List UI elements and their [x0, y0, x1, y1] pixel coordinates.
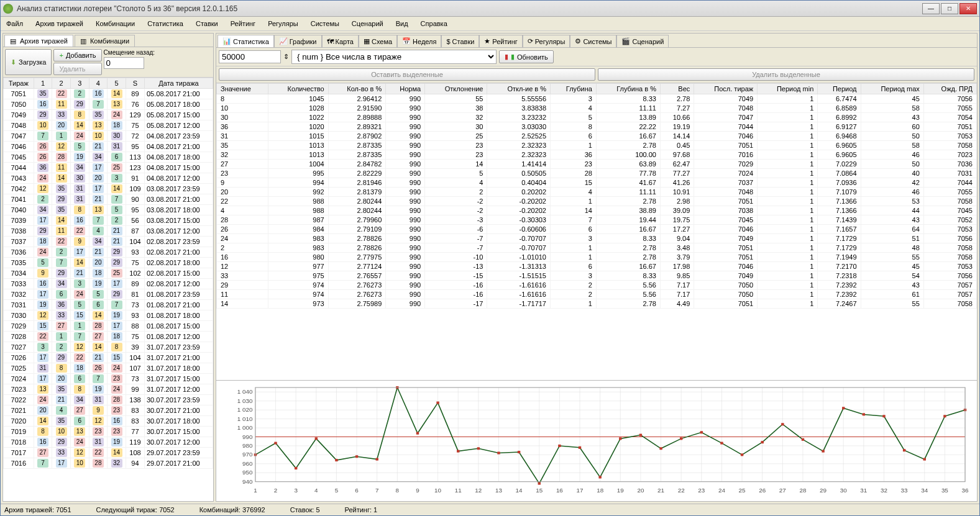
tab-combinations[interactable]: ▥ Комбинации: [75, 35, 135, 47]
table-row[interactable]: 7044361134172512304.08.2017 15:00: [4, 163, 213, 173]
tab-Сценарий[interactable]: 🎬Сценарий: [616, 35, 669, 47]
arch-header[interactable]: Дата тиража: [144, 78, 213, 89]
table-row[interactable]: 70331634319178902.08.2017 12:00: [4, 279, 213, 289]
tab-Рейтинг[interactable]: ★Рейтинг: [479, 35, 522, 47]
table-row[interactable]: 70291527128178801.08.2017 15:00: [4, 321, 213, 332]
table-row[interactable]: 3510132.87335990232.3232312.780.45705116…: [217, 141, 977, 150]
table-row[interactable]: 7042123531171410903.08.2017 23:59: [4, 184, 213, 194]
table-row[interactable]: 704929338352412905.08.2017 15:00: [4, 110, 213, 120]
table-row[interactable]: 702531818262410731.07.2017 18:00: [4, 363, 213, 374]
table-row[interactable]: 3210132.87335990232.3232336100.0097.6870…: [217, 150, 977, 160]
minimize-button[interactable]: —: [922, 3, 940, 14]
tab-Схема[interactable]: ▦Схема: [359, 35, 397, 47]
table-row[interactable]: 70362421721299302.08.2017 21:00: [4, 247, 213, 258]
tab-Системы[interactable]: ⚙Системы: [570, 35, 616, 47]
table-row[interactable]: 70198101323237730.07.2017 15:00: [4, 427, 213, 437]
stat-header[interactable]: Период min: [758, 84, 818, 94]
table-row[interactable]: 119742.76273990-16-1.6161625.567.1770501…: [217, 290, 977, 299]
table-row[interactable]: 7041229312179003.08.2017 21:00: [4, 194, 213, 205]
keep-selected-button[interactable]: Оставить выделенные: [219, 68, 595, 81]
maximize-button[interactable]: □: [941, 3, 958, 14]
table-row[interactable]: 3110152.87902990252.52525616.6714.147046…: [217, 132, 977, 141]
load-button[interactable]: ⬇ Загрузка: [5, 49, 52, 75]
table-row[interactable]: 70167171028329429.07.2017 21:00: [4, 458, 213, 469]
tab-Неделя[interactable]: 📅Неделя: [397, 35, 441, 47]
table-row[interactable]: 810452.96412990555.5555638.332.78704916.…: [217, 94, 977, 104]
table-row[interactable]: 70501611297137605.08.2017 18:00: [4, 99, 213, 110]
delete-selected-button[interactable]: Удалить выделенные: [598, 68, 974, 81]
table-row[interactable]: 70382911224218703.08.2017 12:00: [4, 226, 213, 237]
menu-Вид[interactable]: Вид: [394, 19, 410, 29]
table-row[interactable]: 7028221727187501.08.2017 12:00: [4, 332, 213, 342]
arch-header[interactable]: Тираж: [4, 78, 34, 89]
stat-header[interactable]: Глубина: [551, 84, 597, 94]
table-row[interactable]: 29832.78826990-7-0.7070712.783.48705117.…: [217, 243, 977, 253]
tab-Карта[interactable]: 🗺Карта: [322, 35, 359, 47]
table-row[interactable]: 249832.78826990-7-0.7070738.339.04704917…: [217, 234, 977, 243]
table-row[interactable]: 703012331514199301.08.2017 18:00: [4, 310, 213, 321]
table-row[interactable]: 704526281934611304.08.2017 18:00: [4, 152, 213, 163]
table-row[interactable]: 1010282.91590990383.83838411.117.2770481…: [217, 104, 977, 113]
delete-button[interactable]: Удалить: [53, 63, 101, 75]
menu-Комбинации[interactable]: Комбинации: [94, 19, 137, 29]
table-row[interactable]: 704810201413187505.08.2017 12:00: [4, 120, 213, 131]
stat-header[interactable]: Откл-ие в %: [487, 84, 551, 94]
table-row[interactable]: 3010222.89888990323.23232513.8910.667047…: [217, 113, 977, 122]
table-row[interactable]: 339752.76557990-15-1.5151538.339.8570491…: [217, 271, 977, 281]
close-button[interactable]: ✕: [959, 3, 977, 14]
refresh-button[interactable]: ▮▮ Обновить: [499, 50, 554, 63]
table-row[interactable]: 229882.80244990-2-0.2020212.782.98705117…: [217, 197, 977, 206]
stat-header[interactable]: Вес: [660, 84, 694, 94]
tab-archive[interactable]: ▤ Архив тиражей: [4, 35, 73, 47]
menu-Статистика[interactable]: Статистика: [145, 19, 185, 29]
arch-header[interactable]: 3: [70, 78, 89, 89]
add-button[interactable]: + Добавить: [53, 49, 101, 61]
menu-Архив тиражей[interactable]: Архив тиражей: [34, 19, 85, 29]
table-row[interactable]: 149732.75989990-17-1.7171712.784.4970511…: [217, 299, 977, 309]
stat-header[interactable]: Период max: [861, 84, 923, 94]
menu-Системы[interactable]: Системы: [309, 19, 341, 29]
tab-Статистика[interactable]: 📊Статистика: [218, 35, 274, 47]
table-row[interactable]: 7039171416725603.08.2017 15:00: [4, 215, 213, 226]
table-row[interactable]: 289872.79960990-3-0.30303719.4419.757045…: [217, 215, 977, 225]
table-row[interactable]: 7022242134312813830.07.2017 23:59: [4, 395, 213, 405]
table-row[interactable]: 7024172067237331.07.2017 15:00: [4, 374, 213, 384]
menu-Регуляры[interactable]: Регуляры: [266, 19, 300, 29]
count-spinner[interactable]: [219, 50, 281, 63]
stat-header[interactable]: Посл. тираж: [694, 84, 758, 94]
filter-combo[interactable]: { num } Все числа в тираже: [291, 50, 497, 64]
table-row[interactable]: 703718229342110402.08.2017 23:59: [4, 237, 213, 247]
spinner-buttons-icon[interactable]: ⇕: [283, 53, 289, 61]
archive-grid[interactable]: Тираж12345SДата тиража70513522216148905.…: [3, 78, 213, 501]
table-row[interactable]: 70462612521319504.08.2017 21:00: [4, 142, 213, 152]
table-row[interactable]: 702732121483931.07.2017 23:59: [4, 342, 213, 353]
stat-header[interactable]: Ожд. ПРД: [923, 84, 976, 94]
table-row[interactable]: 209922.8137999020.20202411.1110.91704817…: [217, 188, 977, 197]
arch-header[interactable]: 4: [89, 78, 108, 89]
menu-Сценарий[interactable]: Сценарий: [350, 19, 385, 29]
stat-grid[interactable]: ЗначениеКоличествоКол-во в %НормаОтклоне…: [216, 83, 977, 380]
offset-input[interactable]: [104, 57, 144, 69]
table-row[interactable]: 269842.79109990-6-0.60606616.6717.277046…: [217, 225, 977, 234]
table-row[interactable]: 49882.80244990-2-0.202021438.8939.097038…: [217, 206, 977, 215]
tab-Регуляры[interactable]: ⟳Регуляры: [523, 35, 570, 47]
arch-header[interactable]: 5: [108, 78, 126, 89]
stat-header[interactable]: Период: [818, 84, 861, 94]
table-row[interactable]: 239952.8222999050.505052877.7877.2770241…: [217, 169, 977, 178]
table-row[interactable]: 7032176245298101.08.2017 23:59: [4, 289, 213, 300]
menu-Ставки[interactable]: Ставки: [194, 19, 220, 29]
table-row[interactable]: 70432414302039104.08.2017 12:00: [4, 173, 213, 184]
table-row[interactable]: 70231335819249931.07.2017 12:00: [4, 384, 213, 395]
arch-header[interactable]: S: [126, 78, 144, 89]
table-row[interactable]: 169802.77975990-10-1.0101012.783.7970511…: [217, 253, 977, 262]
table-row[interactable]: 703492921182510202.08.2017 15:00: [4, 268, 213, 279]
table-row[interactable]: 2710042.84782990141.414142363.8962.47702…: [217, 160, 977, 169]
table-row[interactable]: 7047712410307204.08.2017 23:59: [4, 131, 213, 142]
stat-header[interactable]: Количество: [268, 84, 328, 94]
stat-header[interactable]: Отклонение: [425, 84, 487, 94]
table-row[interactable]: 7017273312221410829.07.2017 23:59: [4, 448, 213, 458]
table-row[interactable]: 3610202.89321990303.03030822.2219.197044…: [217, 122, 977, 132]
tab-Ставки[interactable]: $Ставки: [441, 35, 479, 47]
table-row[interactable]: 7018162924311911930.07.2017 12:00: [4, 437, 213, 448]
table-row[interactable]: 7026172922211510431.07.2017 21:00: [4, 353, 213, 363]
